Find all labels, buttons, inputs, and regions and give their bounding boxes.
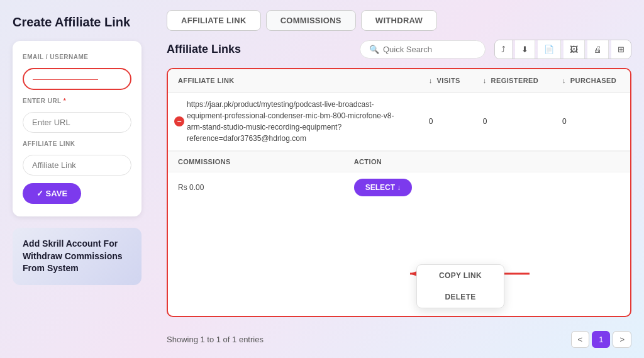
action-dropdown: COPY LINK DELETE — [416, 264, 504, 308]
select-button[interactable]: SELECT ↓ — [354, 179, 413, 196]
commission-amount: Rs 0.00 — [168, 172, 344, 203]
prev-page-btn[interactable]: < — [571, 331, 590, 348]
col-commissions: COMMISSIONS — [168, 152, 344, 172]
tab-withdraw[interactable]: WITHDRAW — [361, 10, 437, 31]
next-page-btn[interactable]: > — [613, 331, 631, 348]
dropdown-copy-link[interactable]: COPY LINK — [417, 265, 504, 286]
commission-row: COMMISSIONS ACTION Rs 0.00 SELECT ↓ — [168, 151, 630, 203]
search-bar[interactable]: 🔍 — [360, 40, 486, 59]
registered-cell: 0 — [473, 92, 552, 151]
entries-info: Showing 1 to 1 of 1 entries — [167, 335, 264, 344]
sidebar: Create Affiliate Link EMAIL / USERNAME E… — [0, 0, 154, 358]
tabs-row: AFFILIATE LINK COMMISSIONS WITHDRAW — [167, 10, 631, 31]
minus-icon[interactable]: − — [174, 116, 184, 126]
toolbar-file-btn[interactable]: 📄 — [538, 40, 561, 59]
toolbar-grid-btn[interactable]: ⊞ — [611, 40, 631, 59]
affiliate-link-label: AFFILIATE LINK — [23, 140, 131, 147]
url-input[interactable] — [23, 112, 131, 133]
affiliate-link-cell: − https://jaar.pk/product/mytesting/podc… — [168, 92, 419, 151]
page-1-btn[interactable]: 1 — [592, 331, 610, 348]
col-registered[interactable]: ↓ REGISTERED — [473, 69, 552, 92]
visits-cell: 0 — [419, 92, 473, 151]
purchased-cell: 0 — [552, 92, 630, 151]
save-button[interactable]: ✓ SAVE — [23, 183, 81, 204]
table-row: − https://jaar.pk/product/mytesting/podc… — [168, 92, 630, 151]
main-content: AFFILIATE LINK COMMISSIONS WITHDRAW Affi… — [154, 0, 644, 358]
email-label: EMAIL / USERNAME — [23, 53, 131, 60]
col-purchased[interactable]: ↓ PURCHASED — [552, 69, 630, 92]
sidebar-title: Create Affiliate Link — [13, 15, 142, 30]
page-title: Affiliate Links — [167, 43, 241, 56]
pagination: < 1 > — [571, 331, 631, 348]
content-header: Affiliate Links 🔍 ⤴ ⬇ 📄 🖼 🖨 ⊞ — [167, 40, 631, 59]
url-label: ENTER URL * — [23, 98, 131, 104]
dropdown-delete[interactable]: DELETE — [417, 286, 504, 308]
toolbar-share-btn[interactable]: ⤴ — [495, 40, 513, 59]
table-footer: Showing 1 to 1 of 1 entries < 1 > — [167, 326, 631, 348]
search-input[interactable] — [383, 45, 476, 54]
action-cell: SELECT ↓ — [344, 172, 533, 203]
toolbar-image-btn[interactable]: 🖼 — [564, 40, 585, 59]
promo-box: Add Skrill Account For Withdraw Commissi… — [13, 228, 142, 285]
affiliate-link-input[interactable] — [23, 155, 131, 176]
search-icon: 🔍 — [369, 45, 379, 54]
toolbar-print-btn[interactable]: 🖨 — [587, 40, 609, 59]
col-affiliate-link[interactable]: AFFILIATE LINK — [168, 69, 419, 92]
sidebar-form-card: EMAIL / USERNAME ENTER URL * AFFILIATE L… — [13, 41, 142, 216]
promo-text: Add Skrill Account For Withdraw Commissi… — [23, 238, 131, 275]
tab-commissions[interactable]: COMMISSIONS — [266, 10, 356, 31]
tab-affiliate-link[interactable]: AFFILIATE LINK — [167, 10, 261, 31]
affiliate-links-table-wrapper: AFFILIATE LINK ↓ VISITS ↓ REGISTERED ↓ P… — [167, 68, 631, 317]
toolbar-download-btn[interactable]: ⬇ — [515, 40, 535, 59]
toolbar-icons: ⤴ ⬇ 📄 🖼 🖨 ⊞ — [494, 40, 631, 59]
affiliate-links-table: AFFILIATE LINK ↓ VISITS ↓ REGISTERED ↓ P… — [168, 69, 630, 203]
col-visits[interactable]: ↓ VISITS — [419, 69, 473, 92]
col-action: ACTION — [344, 152, 533, 172]
email-input[interactable] — [23, 68, 131, 90]
